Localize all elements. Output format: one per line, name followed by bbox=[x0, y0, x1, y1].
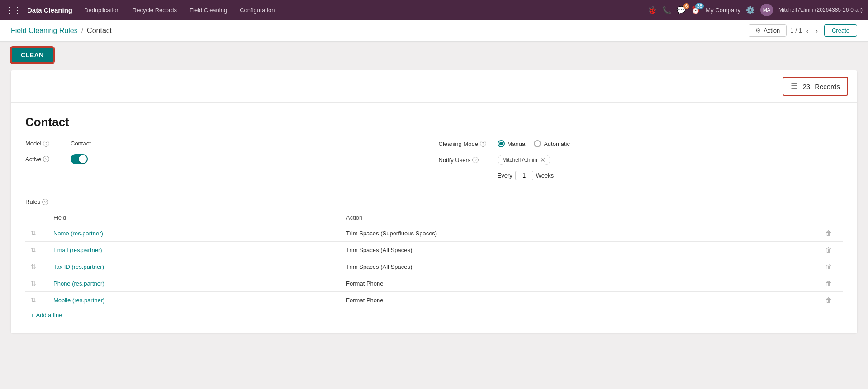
field-cell: Phone (res.partner) bbox=[48, 275, 341, 292]
form-card: ☰ 23 Records Contact Model ? Contact bbox=[11, 70, 857, 333]
clock-badge: 38 bbox=[695, 3, 704, 9]
rules-table: Field Action ⇅ Name (res.partner) bbox=[25, 211, 843, 308]
field-name-link[interactable]: Name (res.partner) bbox=[53, 230, 103, 237]
field-name-link[interactable]: Tax ID (res.partner) bbox=[53, 263, 104, 270]
company-name: My Company bbox=[706, 7, 740, 14]
active-help-icon[interactable]: ? bbox=[43, 156, 49, 162]
nav-recycle-records[interactable]: Recycle Records bbox=[128, 5, 181, 15]
radio-automatic-dot bbox=[534, 140, 541, 147]
plus-icon: + bbox=[31, 312, 34, 319]
settings-icon[interactable]: ⚙️ bbox=[746, 6, 755, 14]
delete-cell: 🗑 bbox=[820, 292, 843, 309]
model-help-icon[interactable]: ? bbox=[43, 141, 49, 147]
prev-page-button[interactable]: ‹ bbox=[804, 26, 811, 35]
every-value-input[interactable] bbox=[515, 171, 533, 180]
notify-users-row: Notify Users ? Mitchell Admin ✕ bbox=[439, 155, 843, 165]
cleaning-mode-help-icon[interactable]: ? bbox=[480, 141, 486, 147]
cleaning-mode-label: Cleaning Mode ? bbox=[439, 141, 498, 147]
delete-row-icon[interactable]: 🗑 bbox=[825, 280, 832, 287]
nav-configuration[interactable]: Configuration bbox=[235, 5, 279, 15]
field-cell: Tax ID (res.partner) bbox=[48, 258, 341, 275]
clean-button[interactable]: CLEAN bbox=[11, 47, 54, 63]
bug-icon[interactable]: 🐞 bbox=[648, 6, 657, 14]
rules-section: Rules ? Field Action bbox=[25, 198, 843, 322]
action-cell: Format Phone bbox=[341, 275, 820, 292]
toggle-knob bbox=[79, 155, 87, 163]
notify-users-value: Mitchell Admin ✕ bbox=[498, 155, 843, 165]
avatar: MA bbox=[760, 4, 773, 16]
field-cell: Mobile (res.partner) bbox=[48, 292, 341, 309]
tag-close-icon[interactable]: ✕ bbox=[540, 156, 545, 164]
delete-row-icon[interactable]: 🗑 bbox=[825, 296, 832, 304]
table-row: ⇅ Tax ID (res.partner) Trim Spaces (All … bbox=[25, 258, 843, 275]
app-title: Data Cleaning bbox=[27, 6, 72, 14]
every-row: Every Weeks bbox=[498, 171, 843, 180]
rules-table-header: Field Action bbox=[25, 211, 843, 225]
field-cell: Name (res.partner) bbox=[48, 225, 341, 242]
form-title: Contact bbox=[25, 115, 843, 129]
model-value: Contact bbox=[71, 140, 430, 147]
nav-deduplication[interactable]: Deduplication bbox=[80, 5, 124, 15]
sort-icon[interactable]: ⇅ bbox=[31, 230, 36, 237]
sort-cell: ⇅ bbox=[25, 225, 48, 242]
sort-cell: ⇅ bbox=[25, 242, 48, 258]
active-toggle[interactable] bbox=[71, 154, 88, 164]
content-area: CLEAN ☰ 23 Records Contact Model bbox=[0, 42, 868, 338]
notify-users-help-icon[interactable]: ? bbox=[472, 157, 479, 163]
delete-cell: 🗑 bbox=[820, 275, 843, 292]
form-body: Contact Model ? Contact Ac bbox=[11, 103, 857, 333]
action-cell: Trim Spaces (Superfluous Spaces) bbox=[341, 225, 820, 242]
cleaning-mode-radio-group: Manual Automatic bbox=[498, 140, 570, 147]
grid-icon[interactable]: ⋮⋮ bbox=[5, 5, 22, 15]
field-name-link[interactable]: Email (res.partner) bbox=[53, 247, 102, 253]
radio-automatic[interactable]: Automatic bbox=[534, 140, 570, 147]
rules-table-body: ⇅ Name (res.partner) Trim Spaces (Superf… bbox=[25, 225, 843, 309]
delete-cell: 🗑 bbox=[820, 242, 843, 258]
delete-row-icon[interactable]: 🗑 bbox=[825, 246, 832, 253]
add-line-button[interactable]: + Add a line bbox=[25, 308, 67, 322]
sort-icon[interactable]: ⇅ bbox=[31, 296, 36, 304]
pagination: 1 / 1 ‹ › bbox=[790, 26, 821, 35]
active-row: Active ? bbox=[25, 154, 430, 164]
form-right: Cleaning Mode ? Manual Automatic bbox=[430, 140, 843, 187]
create-button[interactable]: Create bbox=[824, 24, 857, 37]
col-sort bbox=[25, 211, 48, 225]
phone-icon[interactable]: 📞 bbox=[662, 6, 671, 14]
clock-icon[interactable]: ⏰ 38 bbox=[691, 6, 700, 14]
cleaning-mode-row: Cleaning Mode ? Manual Automatic bbox=[439, 140, 843, 147]
notify-users-label: Notify Users ? bbox=[439, 157, 498, 164]
radio-manual[interactable]: Manual bbox=[498, 140, 527, 147]
records-bar: ☰ 23 Records bbox=[11, 70, 857, 103]
nav-field-cleaning[interactable]: Field Cleaning bbox=[185, 5, 232, 15]
gear-icon: ⚙ bbox=[755, 27, 761, 34]
chat-icon[interactable]: 💬 6 bbox=[677, 6, 686, 14]
action-cell: Trim Spaces (All Spaces) bbox=[341, 258, 820, 275]
col-action: Action bbox=[341, 211, 820, 225]
col-field: Field bbox=[48, 211, 341, 225]
form-left: Model ? Contact Active ? bbox=[25, 140, 430, 187]
col-delete bbox=[820, 211, 843, 225]
next-page-button[interactable]: › bbox=[813, 26, 821, 35]
table-row: ⇅ Phone (res.partner) Format Phone 🗑 bbox=[25, 275, 843, 292]
list-icon: ☰ bbox=[791, 81, 798, 91]
sort-icon[interactable]: ⇅ bbox=[31, 246, 36, 253]
table-row: ⇅ Name (res.partner) Trim Spaces (Superf… bbox=[25, 225, 843, 242]
sort-icon[interactable]: ⇅ bbox=[31, 263, 36, 270]
rules-label: Rules ? bbox=[25, 198, 71, 205]
rules-help-icon[interactable]: ? bbox=[42, 199, 48, 205]
action-cell: Format Phone bbox=[341, 292, 820, 309]
every-section: Every Weeks bbox=[498, 171, 554, 180]
active-label: Active ? bbox=[25, 156, 71, 163]
field-cell: Email (res.partner) bbox=[48, 242, 341, 258]
field-name-link[interactable]: Phone (res.partner) bbox=[53, 280, 104, 287]
form-two-col: Model ? Contact Active ? bbox=[25, 140, 843, 187]
delete-row-icon[interactable]: 🗑 bbox=[825, 230, 832, 237]
rules-header: Rules ? bbox=[25, 198, 843, 205]
sort-icon[interactable]: ⇅ bbox=[31, 280, 36, 287]
delete-row-icon[interactable]: 🗑 bbox=[825, 263, 832, 270]
field-name-link[interactable]: Mobile (res.partner) bbox=[53, 297, 104, 304]
breadcrumb-parent[interactable]: Field Cleaning Rules bbox=[11, 27, 78, 35]
delete-cell: 🗑 bbox=[820, 225, 843, 242]
top-nav-icons: 🐞 📞 💬 6 ⏰ 38 My Company ⚙️ MA Mitchell A… bbox=[648, 4, 863, 16]
action-button[interactable]: ⚙ Action bbox=[749, 24, 787, 37]
